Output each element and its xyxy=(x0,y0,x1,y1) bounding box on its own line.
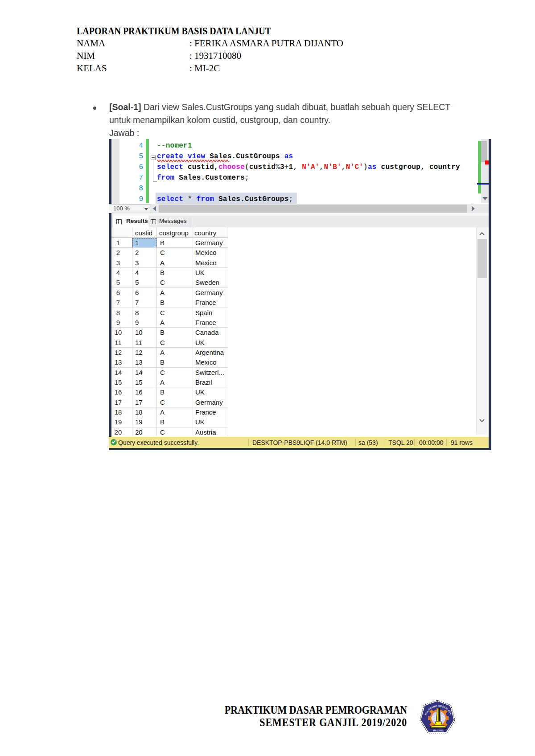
svg-text:MALANG: MALANG xyxy=(433,730,444,732)
